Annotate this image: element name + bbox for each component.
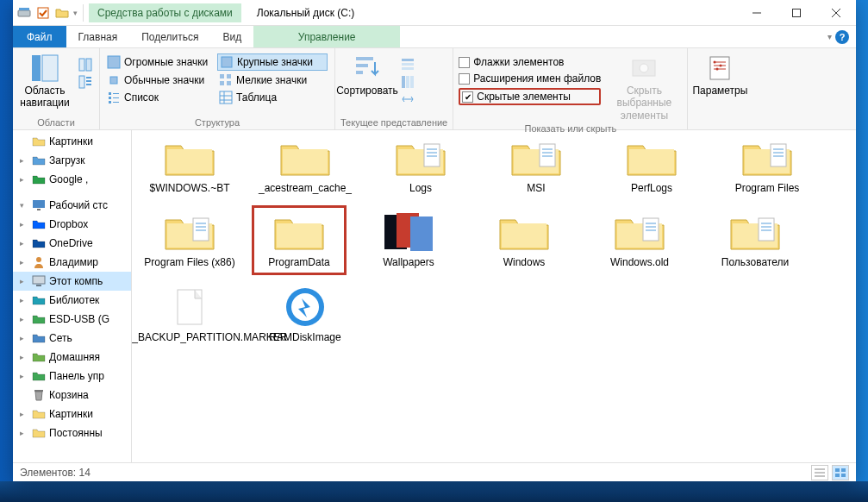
navigation-pane-button[interactable]: Область навигации	[18, 53, 72, 110]
svg-rect-16	[222, 57, 232, 67]
close-button[interactable]	[816, 0, 856, 26]
folder-item[interactable]: $WINRE_BACKUP_PARTITION.MARKER	[142, 286, 237, 343]
folder-item[interactable]: Пользователи	[708, 211, 802, 268]
file-extensions-toggle[interactable]: Расширения имен файлов	[459, 72, 601, 85]
folder-label: Пользователи	[721, 256, 789, 268]
titlebar: ▾ Средства работы с дисками Локальный ди…	[13, 0, 856, 26]
svg-rect-13	[86, 80, 91, 82]
svg-rect-4	[793, 9, 801, 16]
sidebar-item-0[interactable]: Картинки	[13, 132, 131, 151]
svg-rect-40	[410, 76, 414, 88]
sidebar-item-14[interactable]: Корзина	[13, 386, 131, 405]
sidebar-item-11[interactable]: ▸Сеть	[13, 329, 131, 348]
svg-rect-53	[424, 144, 440, 166]
sidebar-item-12[interactable]: ▸Домашняя	[13, 348, 131, 367]
sidebar-item-6[interactable]: ▸OneDrive	[13, 234, 131, 253]
share-tab[interactable]: Поделиться	[129, 26, 210, 47]
svg-rect-72	[643, 218, 659, 241]
sidebar-item-9[interactable]: ▸Библиотек	[13, 291, 131, 310]
sidebar-item-7[interactable]: ▸Владимир	[13, 253, 131, 272]
ribbon-group-show: Флажки элементов Расширения имен файлов …	[453, 48, 688, 129]
group-by-button[interactable]	[399, 57, 416, 72]
svg-rect-50	[33, 276, 45, 284]
sidebar-item-2[interactable]: ▸Google ,	[13, 170, 131, 189]
folder-content[interactable]: $WINDOWS.~BT_acestream_cache_LogsMSIPerf…	[132, 130, 856, 462]
maximize-button[interactable]	[777, 0, 816, 26]
help-icon[interactable]: ?	[835, 30, 849, 44]
manage-tab[interactable]: Управление	[253, 26, 400, 47]
svg-rect-57	[540, 144, 555, 166]
item-checkboxes-toggle[interactable]: Флажки элементов	[459, 55, 601, 69]
sidebar-item-15[interactable]: ▸Картинки	[13, 405, 131, 424]
folder-item[interactable]: Windows	[477, 211, 571, 268]
svg-rect-18	[220, 74, 224, 78]
statusbar: Элементов: 14	[13, 462, 856, 481]
small-icons-button[interactable]: Мелкие значки	[217, 72, 328, 88]
folder-label: $WINDOWS.~BT	[149, 182, 229, 194]
explorer-window: ▾ Средства работы с дисками Локальный ди…	[13, 0, 856, 481]
folder-item[interactable]: RAMDiskImage	[258, 286, 353, 343]
sidebar-item-10[interactable]: ▸ESD-USB (G	[13, 310, 131, 329]
menubar: Файл Главная Поделиться Вид Управление ▾…	[13, 26, 856, 48]
details-pane-button[interactable]	[77, 74, 94, 90]
svg-rect-21	[227, 81, 231, 85]
details-view-icon[interactable]	[811, 465, 828, 480]
ribbon-collapse-icon[interactable]: ▾	[827, 32, 832, 41]
svg-rect-2	[38, 8, 48, 18]
sidebar-item-1[interactable]: ▸Загрузк	[13, 151, 131, 170]
folder-item[interactable]: Program Files	[720, 137, 815, 194]
qat-dropdown-icon[interactable]: ▾	[73, 9, 78, 17]
drive-icon	[16, 5, 32, 21]
large-icons-button[interactable]: Крупные значки	[217, 53, 328, 71]
view-tab[interactable]: Вид	[210, 26, 253, 47]
folder-item[interactable]: MSI	[489, 137, 584, 194]
taskbar[interactable]	[0, 481, 868, 502]
sidebar-item-5[interactable]: ▸Dropbox	[13, 215, 131, 234]
sidebar-item-16[interactable]: ▸Постоянны	[13, 424, 131, 442]
sidebar-item-13[interactable]: ▸Панель упр	[13, 367, 131, 386]
svg-rect-65	[193, 218, 209, 241]
folder-item[interactable]: ProgramData	[252, 205, 347, 274]
disk-tools-tab[interactable]: Средства работы с дисками	[89, 3, 241, 22]
table-button[interactable]: Таблица	[217, 90, 328, 105]
minimize-button[interactable]	[737, 0, 777, 26]
svg-rect-11	[79, 76, 84, 88]
file-tab[interactable]: Файл	[13, 26, 66, 47]
folder-item[interactable]: _acestream_cache_	[258, 137, 353, 194]
folder-label: MSI	[527, 182, 545, 194]
navigation-sidebar[interactable]: Картинки▸Загрузк▸Google ,▾Рабочий стс▸Dr…	[13, 130, 132, 462]
folder-item[interactable]: Logs	[373, 137, 468, 194]
folder-item[interactable]: $WINDOWS.~BT	[142, 137, 237, 194]
ribbon-group-options: Параметры	[688, 48, 752, 129]
svg-point-49	[36, 257, 41, 262]
folder-item[interactable]: Windows.old	[592, 211, 687, 268]
large-view-icon[interactable]	[832, 465, 849, 480]
home-tab[interactable]: Главная	[66, 26, 130, 47]
huge-icons-button[interactable]: Огромные значки	[105, 53, 215, 71]
sidebar-item-8[interactable]: ▸Этот компь	[13, 272, 131, 291]
folder-small-icon[interactable]	[54, 5, 70, 21]
list-button[interactable]: Список	[105, 90, 215, 105]
folder-item[interactable]: Wallpapers	[361, 211, 456, 268]
ribbon: Область навигации Области Огромные значк…	[13, 48, 856, 130]
nav-pane-label: Область навигации	[18, 85, 72, 110]
add-columns-button[interactable]	[399, 74, 416, 90]
svg-rect-33	[356, 64, 368, 67]
folder-item[interactable]: PerfLogs	[604, 137, 699, 194]
svg-rect-61	[771, 144, 786, 166]
svg-rect-25	[113, 97, 119, 98]
options-button[interactable]: Параметры	[693, 53, 746, 97]
normal-icons-button[interactable]: Обычные значки	[105, 72, 215, 88]
hidden-items-toggle[interactable]: ✔Скрытые элементы	[459, 88, 601, 105]
sort-button[interactable]: Сортировать	[340, 53, 394, 97]
ribbon-group-panes: Область навигации Области	[13, 48, 100, 129]
fit-columns-button[interactable]	[399, 91, 416, 107]
svg-rect-36	[402, 63, 414, 66]
preview-pane-button[interactable]	[77, 57, 94, 72]
checkbox-icon[interactable]	[35, 5, 51, 21]
svg-rect-26	[109, 101, 111, 104]
folder-item[interactable]: Program Files (x86)	[142, 211, 237, 268]
svg-rect-51	[36, 285, 41, 286]
sidebar-item-4[interactable]: ▾Рабочий стс	[13, 196, 131, 215]
svg-rect-47	[33, 200, 45, 208]
